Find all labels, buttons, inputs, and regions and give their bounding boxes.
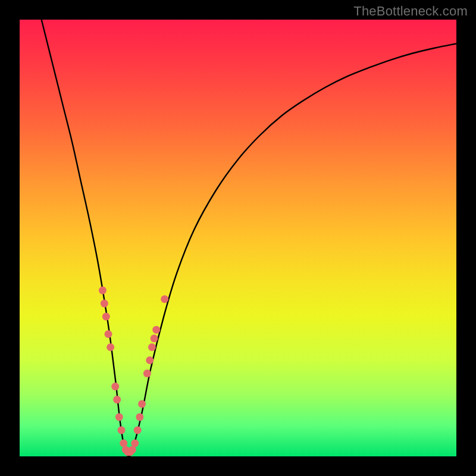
marker-layer	[99, 287, 168, 456]
data-marker	[146, 356, 154, 364]
data-marker	[138, 400, 146, 408]
bottleneck-curve	[42, 20, 456, 456]
outer-frame: TheBottleneck.com	[0, 0, 476, 476]
data-marker	[136, 413, 143, 421]
data-marker	[131, 439, 139, 447]
data-marker	[102, 313, 110, 321]
data-marker	[105, 330, 112, 338]
data-marker	[111, 383, 119, 390]
data-marker	[115, 413, 123, 421]
data-marker	[118, 426, 126, 434]
chart-svg	[20, 20, 456, 456]
data-marker	[120, 439, 127, 447]
watermark-text: TheBottleneck.com	[353, 4, 468, 19]
data-marker	[151, 334, 158, 342]
data-marker	[99, 287, 107, 295]
plot-area	[20, 20, 456, 456]
data-marker	[152, 326, 160, 334]
data-marker	[134, 426, 142, 434]
curve-layer	[42, 20, 456, 456]
data-marker	[107, 343, 114, 351]
data-marker	[101, 300, 108, 308]
data-marker	[148, 343, 156, 351]
data-marker	[113, 396, 121, 403]
data-marker	[161, 295, 168, 303]
data-marker	[143, 369, 151, 377]
